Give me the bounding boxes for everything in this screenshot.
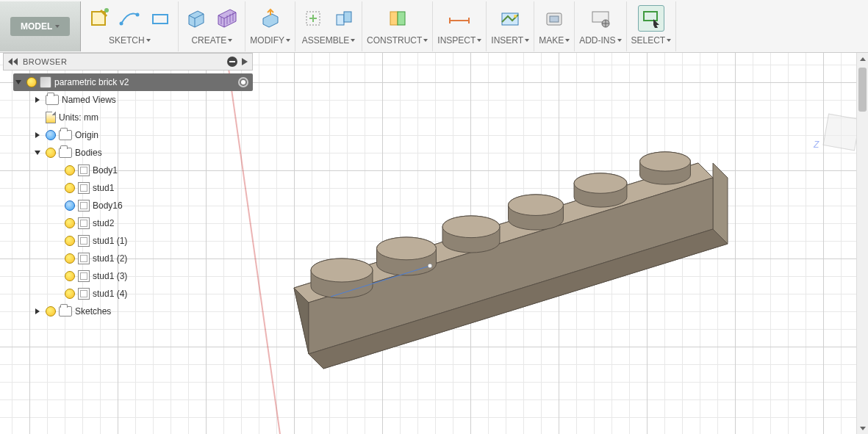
- body-icon: [78, 164, 90, 176]
- toolbar-group-insert: INSERT: [487, 1, 534, 51]
- browser-title: BROWSER: [23, 57, 67, 66]
- body-icon: [78, 200, 90, 211]
- tree-item[interactable]: stud1: [51, 179, 253, 197]
- tree-item[interactable]: Body1: [51, 162, 253, 179]
- svg-rect-13: [550, 16, 559, 22]
- tree-item[interactable]: Bodies: [32, 144, 253, 162]
- tree-item[interactable]: Units: mm: [32, 109, 253, 126]
- rewind-icon[interactable]: [8, 58, 18, 65]
- folder-icon: [59, 306, 72, 317]
- body-icon: [78, 217, 90, 229]
- browser-header[interactable]: BROWSER: [3, 53, 253, 70]
- visibility-bulb-icon[interactable]: [65, 183, 75, 193]
- toolbar-group-addins: ADD-INS: [575, 1, 626, 51]
- visibility-bulb-icon[interactable]: [65, 236, 75, 246]
- expander[interactable]: [32, 308, 43, 314]
- panel-caret-icon[interactable]: [242, 58, 248, 65]
- visibility-bulb-icon[interactable]: [65, 218, 75, 228]
- svg-point-32: [640, 152, 691, 171]
- tree-item-label: stud1: [93, 183, 114, 193]
- scripts-icon[interactable]: [587, 5, 614, 32]
- toolbar-label-assemble[interactable]: ASSEMBLE: [302, 35, 350, 46]
- visibility-bulb-icon[interactable]: [46, 148, 56, 158]
- toolbar-group-modify: MODIFY: [245, 1, 295, 51]
- visibility-bulb-icon[interactable]: [26, 77, 37, 87]
- tree-item[interactable]: Named Views: [32, 91, 253, 109]
- toolbar-label-insert[interactable]: INSERT: [491, 35, 523, 46]
- visibility-bulb-icon[interactable]: [65, 271, 75, 281]
- visibility-bulb-icon[interactable]: [65, 253, 75, 264]
- toolbar-label-sketch[interactable]: SKETCH: [109, 35, 145, 46]
- tree-item[interactable]: stud1 (2): [51, 250, 253, 267]
- caret-down-icon: [55, 25, 60, 28]
- construct-plane-icon[interactable]: [384, 5, 411, 32]
- tree-item[interactable]: Origin: [32, 126, 253, 144]
- component-icon: [40, 76, 51, 88]
- tree-item[interactable]: stud2: [51, 214, 253, 232]
- folder-icon: [59, 130, 72, 140]
- toolbar-label-modify[interactable]: MODIFY: [250, 35, 284, 46]
- svg-rect-9: [398, 12, 405, 25]
- vertical-scrollbar[interactable]: [856, 53, 868, 434]
- toolbar-label-inspect[interactable]: INSPECT: [437, 35, 476, 46]
- line-icon[interactable]: [116, 5, 143, 32]
- press-pull-icon[interactable]: [257, 5, 284, 32]
- toolbar-label-addins[interactable]: ADD-INS: [579, 35, 615, 46]
- extrude-icon[interactable]: [183, 5, 209, 32]
- body-icon: [78, 253, 90, 264]
- measure-icon[interactable]: [446, 5, 473, 32]
- expand-right-icon: [35, 132, 40, 138]
- tree-item-label: Sketches: [75, 306, 111, 317]
- select-tool-icon[interactable]: [638, 5, 664, 32]
- toolbar-label-select[interactable]: SELECT: [631, 35, 666, 46]
- joint-icon[interactable]: [331, 5, 357, 32]
- svg-rect-16: [644, 12, 657, 21]
- toolbar-group-make: MAKE: [534, 1, 575, 51]
- caret-down-icon: [351, 39, 355, 42]
- scroll-down-icon: [860, 427, 866, 430]
- workspace-switcher[interactable]: MODEL: [0, 1, 81, 51]
- toolbar-label-create[interactable]: CREATE: [191, 35, 226, 46]
- insert-decal-icon[interactable]: [497, 5, 523, 32]
- print-3d-icon[interactable]: [541, 5, 567, 32]
- tree-item[interactable]: Body16: [51, 197, 253, 214]
- create-sketch-icon[interactable]: [85, 5, 112, 32]
- folder-icon: [59, 148, 72, 158]
- toolbar-group-create: CREATE: [179, 1, 245, 51]
- svg-rect-35: [229, 61, 235, 62]
- root-label: parametric brick v2: [54, 77, 129, 87]
- visibility-bulb-icon[interactable]: [65, 165, 75, 176]
- tree-item-label: stud1 (1): [93, 236, 127, 246]
- visibility-bulb-icon[interactable]: [65, 200, 75, 211]
- tree-item-label: stud1 (4): [93, 289, 127, 299]
- folder-icon: [46, 95, 59, 105]
- visibility-bulb-icon[interactable]: [65, 289, 75, 299]
- box-pattern-icon[interactable]: [214, 5, 240, 32]
- visibility-bulb-icon[interactable]: [46, 306, 56, 317]
- svg-point-28: [377, 237, 437, 260]
- expander[interactable]: [32, 97, 43, 103]
- tree-item[interactable]: stud1 (4): [51, 285, 253, 303]
- toolbar-group-construct: CONSTRUCT: [362, 1, 433, 51]
- caret-down-icon: [228, 39, 232, 42]
- minimize-panel-icon[interactable]: [227, 57, 237, 67]
- new-component-icon[interactable]: [300, 5, 326, 32]
- scroll-thumb[interactable]: [858, 68, 867, 112]
- tree-item-label: Bodies: [75, 148, 102, 158]
- expand-down-icon: [35, 151, 40, 155]
- expander[interactable]: [32, 151, 43, 155]
- visibility-bulb-icon[interactable]: [46, 130, 56, 140]
- caret-down-icon: [525, 39, 529, 42]
- activate-component-icon[interactable]: [238, 77, 248, 87]
- rectangle-icon[interactable]: [147, 5, 173, 32]
- tree-item[interactable]: Sketches: [32, 303, 253, 320]
- tree-item[interactable]: stud1 (3): [51, 267, 253, 285]
- tree-root[interactable]: parametric brick v2: [13, 73, 253, 91]
- tree-item[interactable]: stud1 (1): [51, 232, 253, 250]
- body-icon: [78, 288, 90, 300]
- body-icon: [78, 270, 90, 282]
- toolbar-label-make[interactable]: MAKE: [539, 35, 564, 46]
- svg-point-29: [442, 216, 500, 238]
- expander[interactable]: [32, 132, 43, 138]
- toolbar-label-construct[interactable]: CONSTRUCT: [367, 35, 422, 46]
